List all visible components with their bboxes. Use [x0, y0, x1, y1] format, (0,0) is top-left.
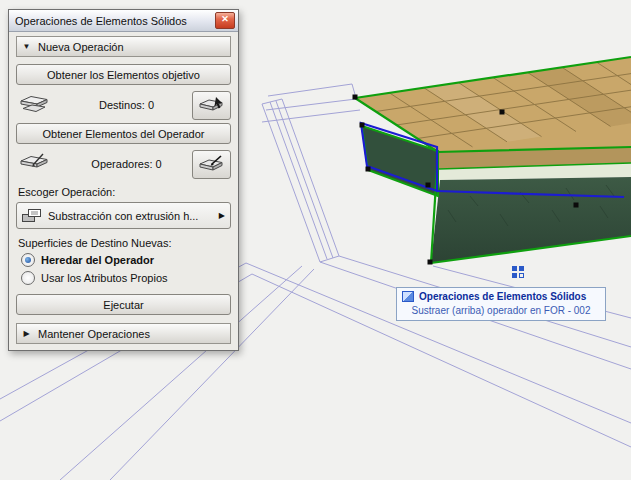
operator-elements-icon	[16, 153, 61, 175]
execute-button[interactable]: Ejecutar	[16, 294, 231, 315]
targets-row: Destinos: 0	[16, 91, 231, 119]
subtraction-operation-icon	[21, 207, 43, 224]
section-new-operation[interactable]: ▼ Nueva Operación	[16, 36, 231, 57]
targets-count: Destinos: 0	[61, 99, 192, 111]
get-operator-elements-button[interactable]: Obtener Elementos del Operador	[16, 123, 231, 144]
info-tooltip: Operaciones de Elementos Sólidos Sustrae…	[396, 287, 606, 321]
operators-count: Operadores: 0	[61, 158, 192, 170]
section-keep-operations-label: Mantener Operaciones	[38, 328, 150, 340]
dialog-title: Operaciones de Elementos Sólidos	[15, 15, 187, 27]
radio-inherit-label: Heredar del Operador	[41, 254, 154, 266]
dialog-titlebar[interactable]: Operaciones de Elementos Sólidos ✕	[9, 10, 238, 32]
radio-inherit-operator[interactable]: Heredar del Operador	[21, 253, 231, 267]
operators-row: Operadores: 0	[16, 150, 231, 178]
radio-selected-icon[interactable]	[21, 253, 35, 267]
operation-select[interactable]: Substracción con extrusión h... ▶	[16, 202, 231, 229]
surfaces-label: Superficies de Destino Nuevas:	[18, 237, 231, 249]
seo-info-icon	[402, 291, 414, 302]
section-new-operation-label: Nueva Operación	[38, 41, 124, 53]
pick-targets-button[interactable]	[192, 91, 231, 120]
dialog-body: ▼ Nueva Operación Obtener los Elementos …	[9, 32, 238, 350]
pick-target-icon	[199, 96, 225, 114]
choose-operation-label: Escoger Operación:	[18, 186, 231, 198]
close-icon[interactable]: ✕	[215, 12, 235, 29]
chevron-right-icon: ▶	[22, 329, 31, 338]
tooltip-title: Operaciones de Elementos Sólidos	[419, 290, 586, 303]
operation-value: Substracción con extrusión h...	[48, 210, 214, 222]
application-window: Operaciones de Elementos Sólidos Sustrae…	[0, 0, 631, 480]
chevron-down-icon: ▼	[22, 42, 31, 51]
pick-operator-icon	[199, 155, 225, 173]
solid-element-operations-dialog: Operaciones de Elementos Sólidos ✕ ▼ Nue…	[8, 9, 239, 351]
flyout-arrow-icon: ▶	[219, 211, 225, 220]
radio-own-attributes[interactable]: Usar los Atributos Propios	[21, 271, 231, 285]
section-keep-operations[interactable]: ▶ Mantener Operaciones	[16, 323, 231, 344]
target-elements-icon	[16, 94, 61, 116]
get-target-elements-button[interactable]: Obtener los Elementos objetivo	[16, 64, 231, 85]
tooltip-detail: Sustraer (arriba) operador en FOR - 002	[402, 304, 600, 317]
radio-own-label: Usar los Atributos Propios	[41, 272, 168, 284]
radio-unselected-icon[interactable]	[21, 271, 35, 285]
pick-operators-button[interactable]	[192, 150, 231, 179]
